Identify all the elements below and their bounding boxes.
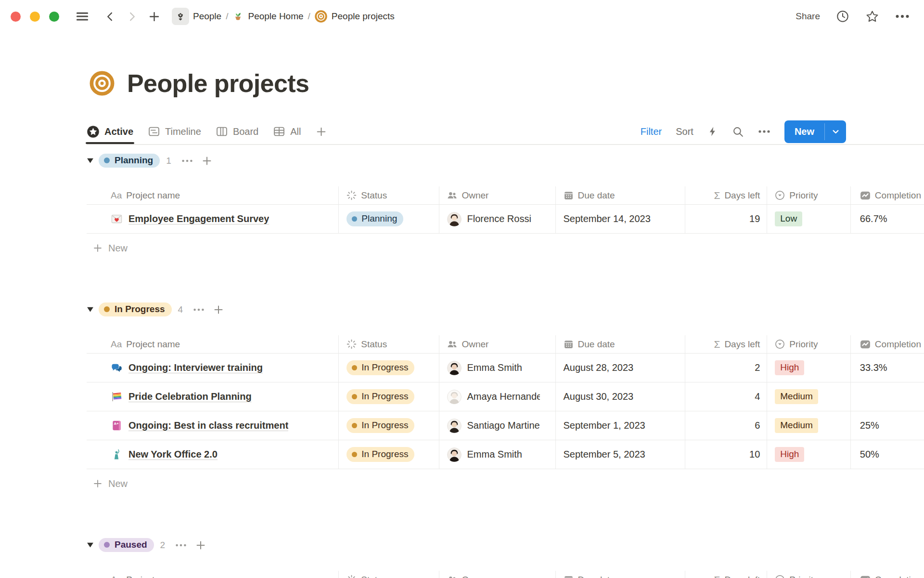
- sidebar-menu-icon[interactable]: [75, 9, 90, 24]
- add-view-icon[interactable]: [315, 126, 327, 138]
- column-header-days[interactable]: ΣDays left: [685, 571, 768, 578]
- column-header-priority[interactable]: Priority: [767, 335, 851, 353]
- group-add-icon[interactable]: [201, 155, 213, 167]
- project-link[interactable]: Ongoing: Interviewer training: [128, 362, 263, 373]
- forward-icon[interactable]: [127, 11, 138, 22]
- column-header-owner[interactable]: Owner: [439, 335, 555, 353]
- due-date-cell[interactable]: September 14, 2023: [556, 205, 685, 233]
- priority-cell[interactable]: Medium: [767, 382, 851, 411]
- workspace-flower-icon[interactable]: [172, 8, 189, 25]
- updates-clock-icon[interactable]: [836, 10, 849, 23]
- page-target-icon[interactable]: [90, 71, 115, 96]
- column-header-status[interactable]: Status: [339, 571, 439, 578]
- days-left-cell[interactable]: 19: [685, 205, 768, 233]
- column-header-name[interactable]: AaProject name: [87, 335, 339, 353]
- column-header-completion[interactable]: Completion: [851, 571, 924, 578]
- tab-active[interactable]: Active: [87, 119, 133, 144]
- completion-cell[interactable]: [851, 382, 924, 411]
- column-header-owner[interactable]: Owner: [439, 186, 555, 204]
- collapse-triangle-icon[interactable]: [87, 158, 94, 164]
- new-page-icon[interactable]: [148, 10, 161, 23]
- owner-cell[interactable]: Amaya Hernandez: [439, 382, 555, 411]
- new-chevron-down-icon[interactable]: [825, 120, 846, 143]
- group-status-tag[interactable]: Planning: [99, 154, 160, 168]
- project-link[interactable]: Pride Celebration Planning: [128, 391, 252, 402]
- tab-all[interactable]: All: [273, 119, 301, 144]
- new-row-button[interactable]: New: [87, 469, 924, 498]
- due-date-cell[interactable]: September 1, 2023: [556, 411, 685, 440]
- minimize-window-button[interactable]: [30, 12, 40, 22]
- status-cell[interactable]: In Progress: [339, 440, 439, 469]
- new-button[interactable]: New: [784, 120, 846, 143]
- column-header-due[interactable]: Due date: [556, 335, 685, 353]
- column-header-name[interactable]: AaProject name: [87, 186, 339, 204]
- group-more-icon[interactable]: [175, 543, 187, 547]
- breadcrumb-people-home[interactable]: People Home: [232, 11, 303, 22]
- days-left-cell[interactable]: 6: [685, 411, 768, 440]
- project-link[interactable]: Employee Engagement Survey: [128, 213, 269, 224]
- due-date-cell[interactable]: September 5, 2023: [556, 440, 685, 469]
- column-header-priority[interactable]: Priority: [767, 186, 851, 204]
- group-more-icon[interactable]: [181, 159, 193, 163]
- column-header-days[interactable]: ΣDays left: [685, 186, 768, 204]
- more-options-icon[interactable]: [895, 14, 910, 19]
- group-status-tag[interactable]: Paused: [99, 538, 154, 552]
- column-header-due[interactable]: Due date: [556, 571, 685, 578]
- days-left-cell[interactable]: 2: [685, 354, 768, 382]
- priority-cell[interactable]: Medium: [767, 411, 851, 440]
- project-name-cell[interactable]: A+ Ongoing: Best in class recruitment: [87, 411, 339, 440]
- priority-cell[interactable]: Low: [767, 205, 851, 233]
- priority-cell[interactable]: High: [767, 440, 851, 469]
- automation-bolt-icon[interactable]: [707, 126, 718, 137]
- search-icon[interactable]: [732, 126, 744, 138]
- project-link[interactable]: New York Office 2.0: [128, 449, 218, 460]
- new-row-button[interactable]: New: [87, 234, 924, 263]
- favorite-star-icon[interactable]: [865, 10, 879, 24]
- group-more-icon[interactable]: [193, 308, 205, 312]
- priority-cell[interactable]: High: [767, 354, 851, 382]
- group-add-icon[interactable]: [213, 304, 224, 315]
- completion-cell[interactable]: 50%: [851, 440, 924, 469]
- owner-cell[interactable]: Santiago Martinez: [439, 411, 555, 440]
- column-header-name[interactable]: AaProject name: [87, 571, 339, 578]
- sort-button[interactable]: Sort: [676, 126, 693, 137]
- status-cell[interactable]: In Progress: [339, 382, 439, 411]
- new-button-label[interactable]: New: [784, 120, 824, 143]
- breadcrumb-people[interactable]: People: [193, 11, 221, 22]
- column-header-completion[interactable]: Completion: [851, 335, 924, 353]
- project-name-cell[interactable]: New York Office 2.0: [87, 440, 339, 469]
- due-date-cell[interactable]: August 28, 2023: [556, 354, 685, 382]
- column-header-status[interactable]: Status: [339, 186, 439, 204]
- due-date-cell[interactable]: August 30, 2023: [556, 382, 685, 411]
- view-more-icon[interactable]: [758, 130, 770, 133]
- share-button[interactable]: Share: [796, 11, 820, 22]
- breadcrumb-people-projects[interactable]: People projects: [315, 10, 395, 23]
- owner-cell[interactable]: Florence Rossi: [439, 205, 555, 233]
- column-header-days[interactable]: ΣDays left: [685, 335, 768, 353]
- project-name-cell[interactable]: Pride Celebration Planning: [87, 382, 339, 411]
- page-title[interactable]: People projects: [127, 69, 309, 98]
- column-header-owner[interactable]: Owner: [439, 571, 555, 578]
- completion-cell[interactable]: 66.7%: [851, 205, 924, 233]
- status-cell[interactable]: In Progress: [339, 411, 439, 440]
- tab-timeline[interactable]: Timeline: [148, 119, 201, 144]
- project-link[interactable]: Ongoing: Best in class recruitment: [128, 420, 288, 431]
- owner-cell[interactable]: Emma Smith: [439, 354, 555, 382]
- close-window-button[interactable]: [11, 12, 21, 22]
- completion-cell[interactable]: 25%: [851, 411, 924, 440]
- back-icon[interactable]: [104, 11, 116, 22]
- column-header-completion[interactable]: Completion: [851, 186, 924, 204]
- collapse-triangle-icon[interactable]: [87, 542, 94, 548]
- owner-cell[interactable]: Emma Smith: [439, 440, 555, 469]
- project-name-cell[interactable]: Employee Engagement Survey: [87, 205, 339, 233]
- status-cell[interactable]: Planning: [339, 205, 439, 233]
- collapse-triangle-icon[interactable]: [87, 306, 94, 313]
- zoom-window-button[interactable]: [49, 12, 59, 22]
- status-cell[interactable]: In Progress: [339, 354, 439, 382]
- completion-cell[interactable]: 33.3%: [851, 354, 924, 382]
- days-left-cell[interactable]: 4: [685, 382, 768, 411]
- tab-board[interactable]: Board: [216, 119, 258, 144]
- column-header-status[interactable]: Status: [339, 335, 439, 353]
- filter-button[interactable]: Filter: [641, 126, 662, 137]
- group-status-tag[interactable]: In Progress: [99, 302, 172, 316]
